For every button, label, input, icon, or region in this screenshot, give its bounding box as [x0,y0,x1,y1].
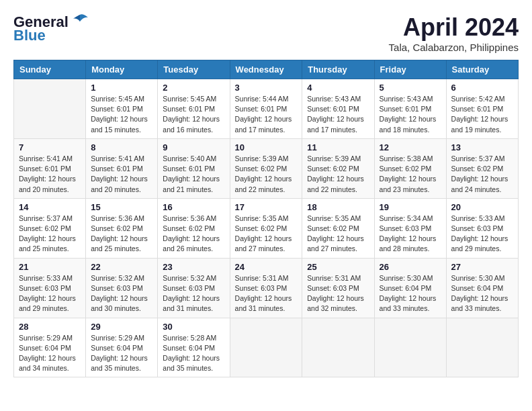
calendar-cell: 25Sunrise: 5:31 AM Sunset: 6:03 PM Dayli… [302,258,374,318]
day-info: Sunrise: 5:30 AM Sunset: 6:04 PM Dayligh… [380,273,441,314]
day-info: Sunrise: 5:36 AM Sunset: 6:02 PM Dayligh… [163,214,224,255]
day-info: Sunrise: 5:39 AM Sunset: 6:02 PM Dayligh… [307,154,369,195]
day-number: 4 [307,83,369,93]
day-info: Sunrise: 5:33 AM Sunset: 6:03 PM Dayligh… [451,214,513,255]
weekday-header-tuesday: Tuesday [158,60,230,79]
day-info: Sunrise: 5:36 AM Sunset: 6:02 PM Dayligh… [91,214,152,255]
day-number: 15 [91,202,152,212]
day-info: Sunrise: 5:42 AM Sunset: 6:01 PM Dayligh… [451,94,513,135]
day-number: 23 [163,262,224,272]
day-info: Sunrise: 5:35 AM Sunset: 6:02 PM Dayligh… [307,214,369,255]
day-info: Sunrise: 5:30 AM Sunset: 6:04 PM Dayligh… [451,273,513,314]
calendar-cell: 7Sunrise: 5:41 AM Sunset: 6:01 PM Daylig… [14,138,86,198]
day-info: Sunrise: 5:37 AM Sunset: 6:02 PM Dayligh… [19,214,81,255]
day-info: Sunrise: 5:35 AM Sunset: 6:02 PM Dayligh… [235,214,298,255]
month-title: April 2024 [389,13,519,42]
day-info: Sunrise: 5:28 AM Sunset: 6:04 PM Dayligh… [163,333,224,374]
calendar-cell: 8Sunrise: 5:41 AM Sunset: 6:01 PM Daylig… [86,138,158,198]
day-info: Sunrise: 5:45 AM Sunset: 6:01 PM Dayligh… [163,94,224,135]
calendar-cell: 9Sunrise: 5:40 AM Sunset: 6:01 PM Daylig… [158,138,230,198]
day-number: 28 [19,322,81,332]
day-number: 11 [307,142,369,152]
week-row-5: 28Sunrise: 5:29 AM Sunset: 6:04 PM Dayli… [14,318,519,377]
calendar-cell: 13Sunrise: 5:37 AM Sunset: 6:02 PM Dayli… [446,138,518,198]
calendar-cell: 20Sunrise: 5:33 AM Sunset: 6:03 PM Dayli… [446,198,518,258]
calendar-cell: 19Sunrise: 5:34 AM Sunset: 6:03 PM Dayli… [374,198,446,258]
calendar-cell: 24Sunrise: 5:31 AM Sunset: 6:03 PM Dayli… [230,258,302,318]
week-row-1: 1Sunrise: 5:45 AM Sunset: 6:01 PM Daylig… [14,79,519,139]
day-number: 10 [235,142,298,152]
day-info: Sunrise: 5:44 AM Sunset: 6:01 PM Dayligh… [235,94,298,135]
day-number: 24 [235,262,298,272]
day-info: Sunrise: 5:29 AM Sunset: 6:04 PM Dayligh… [19,333,81,374]
day-info: Sunrise: 5:38 AM Sunset: 6:02 PM Dayligh… [380,154,441,195]
day-info: Sunrise: 5:29 AM Sunset: 6:04 PM Dayligh… [91,333,152,374]
day-number: 9 [163,142,224,152]
day-number: 1 [91,83,152,93]
day-number: 6 [451,83,513,93]
weekday-header-wednesday: Wednesday [230,60,302,79]
location: Tala, Calabarzon, Philippines [389,42,519,53]
day-info: Sunrise: 5:41 AM Sunset: 6:01 PM Dayligh… [19,154,81,195]
calendar-cell [302,318,374,377]
day-number: 16 [163,202,224,212]
day-info: Sunrise: 5:34 AM Sunset: 6:03 PM Dayligh… [380,214,441,255]
calendar-cell: 5Sunrise: 5:43 AM Sunset: 6:01 PM Daylig… [374,79,446,139]
week-row-2: 7Sunrise: 5:41 AM Sunset: 6:01 PM Daylig… [14,138,519,198]
calendar-cell: 27Sunrise: 5:30 AM Sunset: 6:04 PM Dayli… [446,258,518,318]
day-number: 30 [163,322,224,332]
weekday-header-row: SundayMondayTuesdayWednesdayThursdayFrid… [14,60,519,79]
calendar-cell: 29Sunrise: 5:29 AM Sunset: 6:04 PM Dayli… [86,318,158,377]
day-info: Sunrise: 5:31 AM Sunset: 6:03 PM Dayligh… [307,273,369,314]
title-block: April 2024 Tala, Calabarzon, Philippines [389,13,519,53]
day-number: 2 [163,83,224,93]
calendar-cell [374,318,446,377]
day-info: Sunrise: 5:33 AM Sunset: 6:03 PM Dayligh… [19,273,81,314]
logo-blue: Blue [13,27,46,44]
logo: General Blue [13,13,89,44]
weekday-header-saturday: Saturday [446,60,518,79]
day-number: 3 [235,83,298,93]
day-number: 13 [451,142,513,152]
calendar-cell: 3Sunrise: 5:44 AM Sunset: 6:01 PM Daylig… [230,79,302,139]
day-number: 19 [380,202,441,212]
page-header: General Blue April 2024 Tala, Calabarzon… [13,13,519,53]
calendar-cell: 15Sunrise: 5:36 AM Sunset: 6:02 PM Dayli… [86,198,158,258]
calendar-cell: 18Sunrise: 5:35 AM Sunset: 6:02 PM Dayli… [302,198,374,258]
weekday-header-sunday: Sunday [14,60,86,79]
day-number: 29 [91,322,152,332]
calendar-cell: 4Sunrise: 5:43 AM Sunset: 6:01 PM Daylig… [302,79,374,139]
calendar-cell: 21Sunrise: 5:33 AM Sunset: 6:03 PM Dayli… [14,258,86,318]
day-info: Sunrise: 5:43 AM Sunset: 6:01 PM Dayligh… [307,94,369,135]
day-number: 7 [19,142,81,152]
calendar-cell: 6Sunrise: 5:42 AM Sunset: 6:01 PM Daylig… [446,79,518,139]
weekday-header-monday: Monday [86,60,158,79]
calendar-cell [230,318,302,377]
calendar-cell: 17Sunrise: 5:35 AM Sunset: 6:02 PM Dayli… [230,198,302,258]
week-row-4: 21Sunrise: 5:33 AM Sunset: 6:03 PM Dayli… [14,258,519,318]
day-number: 14 [19,202,81,212]
calendar-cell: 1Sunrise: 5:45 AM Sunset: 6:01 PM Daylig… [86,79,158,139]
day-number: 20 [451,202,513,212]
day-info: Sunrise: 5:43 AM Sunset: 6:01 PM Dayligh… [380,94,441,135]
calendar-cell: 16Sunrise: 5:36 AM Sunset: 6:02 PM Dayli… [158,198,230,258]
day-info: Sunrise: 5:41 AM Sunset: 6:01 PM Dayligh… [91,154,152,195]
day-info: Sunrise: 5:32 AM Sunset: 6:03 PM Dayligh… [163,273,224,314]
calendar-table: SundayMondayTuesdayWednesdayThursdayFrid… [13,60,519,377]
day-number: 21 [19,262,81,272]
day-info: Sunrise: 5:40 AM Sunset: 6:01 PM Dayligh… [163,154,224,195]
week-row-3: 14Sunrise: 5:37 AM Sunset: 6:02 PM Dayli… [14,198,519,258]
day-number: 8 [91,142,152,152]
calendar-cell: 10Sunrise: 5:39 AM Sunset: 6:02 PM Dayli… [230,138,302,198]
day-info: Sunrise: 5:45 AM Sunset: 6:01 PM Dayligh… [91,94,152,135]
day-number: 26 [380,262,441,272]
calendar-cell: 26Sunrise: 5:30 AM Sunset: 6:04 PM Dayli… [374,258,446,318]
calendar-cell: 2Sunrise: 5:45 AM Sunset: 6:01 PM Daylig… [158,79,230,139]
calendar-cell [14,79,86,139]
calendar-cell: 22Sunrise: 5:32 AM Sunset: 6:03 PM Dayli… [86,258,158,318]
day-info: Sunrise: 5:37 AM Sunset: 6:02 PM Dayligh… [451,154,513,195]
day-number: 27 [451,262,513,272]
calendar-cell: 14Sunrise: 5:37 AM Sunset: 6:02 PM Dayli… [14,198,86,258]
day-number: 12 [380,142,441,152]
calendar-cell: 12Sunrise: 5:38 AM Sunset: 6:02 PM Dayli… [374,138,446,198]
